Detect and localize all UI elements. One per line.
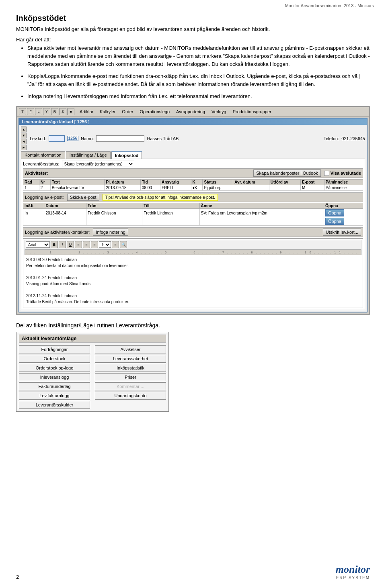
infoga-notering-btn[interactable]: Infoga notering [93,229,128,236]
lev-btn-kommentar[interactable]: Kommentar ... [95,382,166,390]
cell-text: Besöka leverantör [50,185,105,191]
col-paminnelse: Påminnelse [324,180,363,185]
utskrift-btn[interactable]: Utskrift lev.kort... [323,229,361,236]
cell-k: ♦K [191,185,203,191]
leverantor-lage-grid: Aktuellt leverantörsläge Förfrågningar O… [16,332,169,412]
toolbar-icon-7[interactable]: ■ [67,108,74,115]
menu-verktyg[interactable]: Verktyg [210,109,228,114]
nav-sidebar: ▲ ▼ ◄ ► [21,127,27,150]
lev-kod-field[interactable] [49,135,65,142]
editor-line-4: 2013-01-24 Fredrik Lindman [26,275,360,281]
tab-content: Leverantörsstatus: Skarp leverantör (ord… [21,159,365,310]
align-left-icon[interactable]: ≡ [75,241,82,248]
cell-epost: M [301,185,324,191]
menu-kalkyler[interactable]: Kalkyler [99,109,117,114]
toolbar-icon-2[interactable]: F [27,108,34,115]
menu-artiklar[interactable]: Artiklar [78,109,94,114]
main-bullet-list: Skapa aktiviteter mot leverantör med ans… [27,44,370,101]
nav-down[interactable]: ▼ [21,133,27,138]
screenshot-area: T F L Y R S ■ Artiklar Kalkyler Order Op… [16,106,370,315]
logging-aktiviteter-section: Loggning av aktiviteter/kontakter: Infog… [23,227,363,308]
visa-avslutade-checkbox[interactable]: Visa avslutade [324,171,361,176]
cell-avrdatum [233,185,269,191]
tab-row: Kontaktinformation Inställningar / Läge … [21,151,365,159]
email-log-table: In/Ut Datum Från Till Ämne Öppna [23,203,363,226]
cell-nr: 2 [39,185,50,191]
tab-installningar[interactable]: Inställningar / Läge [66,151,111,159]
toolbar-icon-5[interactable]: R [51,108,58,115]
log-col-till: Till [142,203,199,209]
lev-btn-leverantorsskulder[interactable]: Leverantörsskulder [19,401,90,409]
section2-title: Del av fliken Inställningar/Läge i rutin… [16,322,370,329]
page-number: 2 [16,574,19,580]
lev-btn-undantagskonto[interactable]: Undantagskonto [95,392,166,400]
activities-table: Rad Nr Text Pl. datum Tid Ansvarig K Sta… [23,179,363,191]
table-row: 1 2 Besöka leverantör 2013-09-18 08:00 F… [23,185,363,191]
menu-avrapportering[interactable]: Avrapportering [175,109,206,114]
log-col-fran: Från [86,203,142,209]
namn-value: Hasses Tråd AB [147,136,179,141]
nav-left[interactable]: ◄ [21,139,27,144]
page-header: Monitor Användarseminarium 2013 - Miniku… [0,0,386,10]
bold-icon[interactable]: B [51,241,58,248]
aktiviteter-header: Aktiviteter: Skapa kalenderposter i Outl… [23,168,363,178]
skicka-email-btn[interactable]: Skicka e-post [67,194,99,201]
editor-toolbar: Arial B I U ≡ ≡ ≡ 10 ≡ 🔍 [25,240,361,249]
lev-kod-value: 1256 [67,136,78,141]
size-select[interactable]: 10 [99,241,111,248]
leverantor-status-row: Leverantörsstatus: Skarp leverantör (ord… [23,161,363,167]
lev-btn-avvikelser[interactable]: Avvikelser [95,345,166,353]
log-row-2: Öppna [23,217,363,226]
lev-btn-fakturaunderlag[interactable]: Fakturaunderlag [19,382,90,390]
menubar: T F L Y R S ■ Artiklar Kalkyler Order Op… [17,107,369,116]
toolbar-icon-1[interactable]: T [19,108,26,115]
lev-btn-orderstock-oplego[interactable]: Orderstock op-lego [19,364,90,372]
log-col-oppna: Öppna [324,203,363,209]
align-right-icon[interactable]: ≡ [91,241,98,248]
page-footer: 2 monitor ERP SYSTEM [0,564,386,580]
underline-icon[interactable]: U [67,241,74,248]
toolbar-icon-6[interactable]: S [59,108,66,115]
toolbar-icon-3[interactable]: L [35,108,42,115]
leverantor-status-label: Leverantörsstatus: [23,161,60,166]
cell-utfordav [269,185,300,191]
search-icon[interactable]: 🔍 [120,241,127,248]
logo-text: monitor [336,564,370,576]
menu-produktionsgrupper[interactable]: Produktionsgrupper [232,109,273,114]
lev-right-buttons: Avvikelser Leveranssäkerhet Inköpsstatis… [95,345,166,409]
monitor-logo: monitor ERP SYSTEM [336,564,370,580]
skapa-kalender-btn[interactable]: Skapa kalenderposter i Outlook [253,169,320,177]
tab-kontaktinfo[interactable]: Kontaktinformation [21,151,65,159]
menu-order[interactable]: Order [121,109,134,114]
leverantor-status-select[interactable]: Skarp leverantör (orderhanteras) [62,161,134,167]
menu-items: Artiklar Kalkyler Order Operationslego A… [78,109,273,114]
toolbar-icon-4[interactable]: Y [43,108,50,115]
main-window: Leverantörsfråga länkad [ 1256 ] ▲ ▼ ◄ ►… [18,118,368,312]
list-icon[interactable]: ≡ [112,241,119,248]
lev-btn-levfakturalogg[interactable]: Lev.fakturalogg [19,392,90,400]
lev-btn-orderstock[interactable]: Orderstock [19,355,90,363]
open-btn-2[interactable]: Öppna [325,218,344,225]
lev-btn-leveranssäkerhet[interactable]: Leveranssäkerhet [95,355,166,363]
lev-btn-inleveranslogg[interactable]: Inleveranslogg [19,373,90,381]
tab-inkopsstod[interactable]: Inköpsstöd [111,151,142,159]
italic-icon[interactable]: I [59,241,66,248]
editor-content[interactable]: 2013-08-20 Fredrik Lindman Per telefon b… [25,255,361,306]
nav-right[interactable]: ► [21,145,27,150]
lev-btn-priser[interactable]: Priser [95,373,166,381]
font-select[interactable]: Arial [26,241,50,248]
cell-tid: 08:00 [140,185,160,191]
align-center-icon[interactable]: ≡ [83,241,90,248]
tip-text: Tips! Använd dra-och-släpp för att infog… [103,194,218,201]
editor-line-2: Per telefon bestämt datum om inköpsavtal… [26,263,360,269]
nav-up[interactable]: ▲ [21,127,27,132]
leverantor-lage-title: Aktuellt leverantörsläge [19,335,166,343]
menu-operationslego[interactable]: Operationslego [138,109,171,114]
open-btn-1[interactable]: Öppna [325,209,344,216]
namn-field[interactable] [96,135,144,142]
cell-status: Ej påbörj. [203,185,233,191]
lev-btn-inkopsstatistik[interactable]: Inköpsstatistik [95,364,166,372]
lev-btn-forfrågningar[interactable]: Förfrågningar [19,345,90,353]
col-avrdatum: Avr. datum [233,180,269,185]
editor-line-7: 2012-11-24 Fredrik Lindman [26,293,360,299]
